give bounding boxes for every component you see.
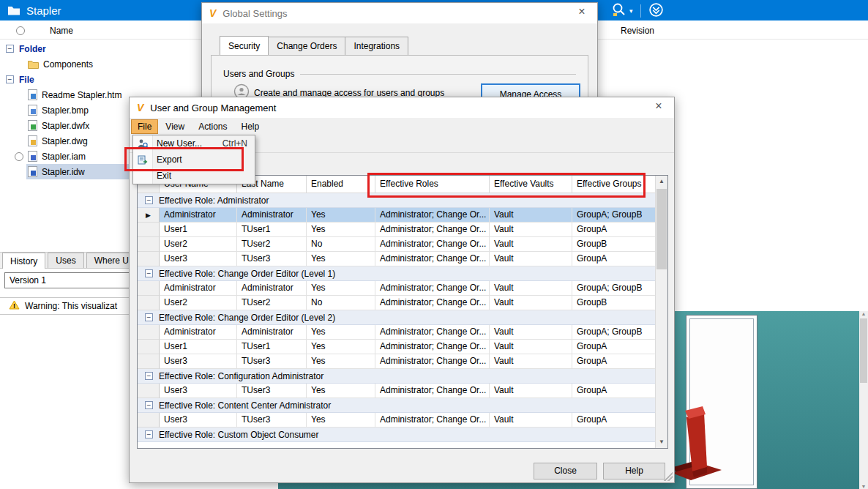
scrollbar-thumb[interactable] — [656, 189, 667, 269]
collapse-icon[interactable]: − — [145, 313, 153, 321]
row-selector — [138, 296, 160, 310]
table-cell: User1 — [160, 223, 237, 237]
column-header-revision[interactable]: Revision — [621, 26, 654, 36]
tab-change-orders[interactable]: Change Orders — [269, 37, 345, 56]
table-group-header[interactable]: −Effective Role: Change Order Editor (Le… — [138, 310, 656, 325]
table-cell: User3 — [160, 252, 237, 266]
table-cell: User3 — [160, 384, 237, 398]
dialog-title: Global Settings — [222, 8, 287, 19]
table-cell: Vault — [490, 252, 572, 266]
column-header-effective-vaults[interactable]: Effective Vaults — [490, 176, 572, 193]
collapse-icon[interactable]: − — [145, 196, 153, 204]
table-cell: Vault — [490, 296, 572, 310]
table-cell: Yes — [307, 281, 375, 296]
tree-item-components[interactable]: Components — [0, 56, 205, 72]
tab-history[interactable]: History — [2, 253, 45, 269]
table-row[interactable]: User1TUser1YesAdministrator; Change Or..… — [138, 223, 656, 237]
table-group-header[interactable]: −Effective Role: Custom Object Consumer — [138, 428, 656, 442]
tree-item-label: Folder — [19, 44, 46, 54]
collapse-icon[interactable]: − — [145, 401, 153, 409]
table-cell: Administrator — [160, 281, 237, 296]
table-cell: TUser3 — [237, 384, 307, 398]
table-cell: Administrator; Change Or... — [375, 296, 490, 310]
ugm-menubar: FileViewActionsHelp — [130, 118, 674, 135]
table-cell: TUser1 — [237, 223, 307, 237]
table-group-header[interactable]: −Effective Role: Administrator — [138, 193, 656, 208]
radio-icon[interactable] — [15, 152, 23, 161]
menu-file[interactable]: File — [131, 119, 158, 134]
table-row[interactable]: AdministratorAdministratorYesAdministrat… — [138, 281, 656, 296]
table-row[interactable]: User2TUser2NoAdministrator; Change Or...… — [138, 296, 656, 310]
collapse-icon[interactable]: − — [145, 430, 153, 438]
svg-text:!: ! — [13, 302, 15, 310]
menu-item-new-user[interactable]: New User... Ctrl+N — [133, 135, 255, 152]
table-cell: Administrator — [160, 208, 237, 223]
file-icon-htm — [28, 89, 37, 100]
search-options-icon[interactable] — [612, 2, 626, 20]
vault-logo-icon: V — [137, 102, 143, 113]
collapse-icon[interactable]: − — [145, 269, 153, 277]
table-row[interactable]: User3TUser3YesAdministrator; Change Or..… — [138, 384, 656, 398]
table-row[interactable]: User3TUser3YesAdministrator; Change Or..… — [138, 354, 656, 369]
table-row[interactable]: User2TUser2NoAdministrator; Change Or...… — [138, 237, 656, 252]
collapse-icon[interactable]: − — [6, 75, 14, 83]
group-title: Effective Role: Administrator — [159, 195, 269, 206]
table-row[interactable]: User3TUser3YesAdministrator; Change Or..… — [138, 252, 656, 266]
table-row[interactable]: AdministratorAdministratorYesAdministrat… — [138, 325, 656, 340]
table-group-header[interactable]: −Effective Role: Configuration Administr… — [138, 369, 656, 384]
table-cell: Administrator — [160, 325, 237, 340]
menu-actions[interactable]: Actions — [192, 119, 233, 134]
close-icon[interactable]: × — [574, 5, 590, 18]
file-icon-dwg — [28, 135, 37, 146]
tab-uses[interactable]: Uses — [48, 253, 83, 268]
table-group-header[interactable]: −Effective Role: Change Order Editor (Le… — [138, 266, 656, 281]
column-header-enabled[interactable]: Enabled — [307, 176, 375, 193]
collapse-icon[interactable]: − — [145, 372, 153, 380]
tree-item-label: Stapler.dwfx — [42, 121, 89, 131]
column-header-name[interactable]: Name — [50, 26, 73, 36]
close-button[interactable]: Close — [534, 463, 597, 479]
table-row[interactable]: ▶AdministratorAdministratorYesAdministra… — [138, 208, 656, 223]
table-cell: Administrator; Change Or... — [375, 281, 490, 296]
tree-item-label: Stapler.bmp — [42, 105, 89, 116]
table-cell: GroupA — [572, 384, 656, 398]
table-cell: TUser3 — [237, 252, 307, 266]
scroll-up-icon[interactable]: ▲ — [859, 311, 868, 316]
column-header-effective-roles[interactable]: Effective Roles — [375, 176, 490, 193]
global-settings-tabs: Security Change Orders Integrations — [220, 37, 408, 56]
tree-item-file[interactable]: −File — [0, 72, 205, 87]
table-scrollbar[interactable]: ▲ ▼ — [655, 176, 667, 448]
scroll-up-icon[interactable]: ▲ — [656, 176, 667, 187]
table-cell: User3 — [160, 413, 237, 428]
table-group-header[interactable]: −Effective Role: Content Center Administ… — [138, 398, 656, 413]
menu-help[interactable]: Help — [235, 119, 266, 134]
file-icon-bmp — [28, 105, 37, 116]
sync-circle-icon[interactable] — [648, 2, 664, 20]
row-selector — [138, 237, 160, 252]
scrollbar-thumb[interactable] — [860, 318, 867, 383]
ugm-table: User Name Last Name Enabled Effective Ro… — [137, 175, 668, 449]
scroll-down-icon[interactable]: ▼ — [656, 436, 667, 448]
collapse-icon[interactable]: − — [6, 45, 14, 53]
table-cell: Vault — [490, 340, 572, 354]
vault-logo-icon: V — [209, 7, 216, 19]
close-icon[interactable]: × — [651, 100, 667, 113]
column-header-effective-groups[interactable]: Effective Groups — [572, 176, 656, 193]
viewport-scrollbar[interactable]: ▲ ▼ — [859, 311, 868, 489]
table-cell: Administrator; Change Or... — [375, 325, 490, 340]
tab-security[interactable]: Security — [220, 36, 269, 56]
table-row[interactable]: User3TUser3YesAdministrator; Change Or..… — [138, 413, 656, 428]
menu-item-export[interactable]: Export — [133, 152, 255, 168]
table-row[interactable]: User1TUser1YesAdministrator; Change Or..… — [138, 340, 656, 354]
help-button[interactable]: Help — [603, 463, 665, 479]
chevron-down-icon[interactable]: ▾ — [629, 7, 633, 15]
tab-integrations[interactable]: Integrations — [345, 37, 408, 56]
export-icon — [133, 154, 152, 165]
section-title: Users and Groups — [223, 69, 294, 79]
menu-view[interactable]: View — [159, 119, 191, 134]
row-selector — [138, 384, 160, 398]
scroll-down-icon[interactable]: ▼ — [859, 484, 868, 489]
menu-item-exit[interactable]: Exit — [133, 168, 255, 184]
resize-grip[interactable] — [664, 472, 673, 481]
tree-item-folder[interactable]: −Folder — [0, 41, 205, 56]
